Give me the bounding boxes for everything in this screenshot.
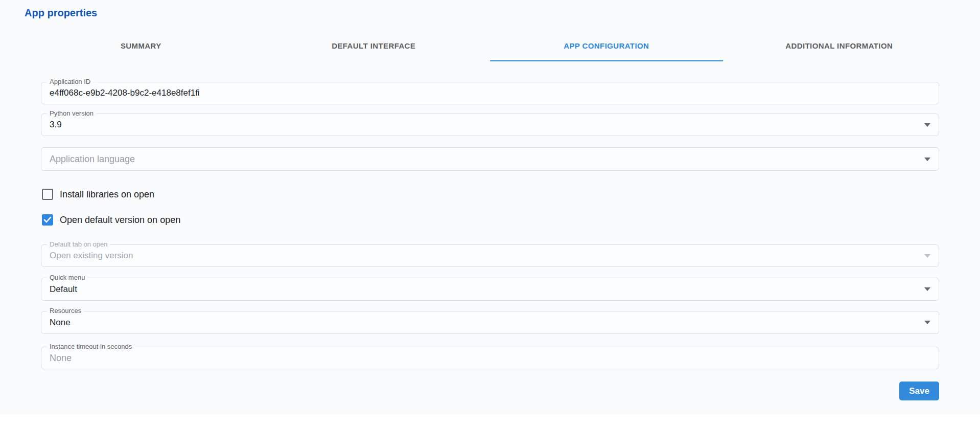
quick-menu-select[interactable]: Quick menu Default xyxy=(41,278,939,301)
chevron-down-icon xyxy=(924,158,930,161)
checkbox-unchecked-icon[interactable] xyxy=(42,189,53,200)
chevron-down-icon xyxy=(924,123,930,127)
python-version-select[interactable]: Python version 3.9 xyxy=(41,114,939,136)
checkmark-icon xyxy=(43,216,52,223)
app-configuration-form: Application ID e4ff068c-e9b2-4208-b9c2-e… xyxy=(41,61,939,400)
tab-summary[interactable]: SUMMARY xyxy=(25,41,258,61)
install-libraries-label: Install libraries on open xyxy=(60,189,154,200)
default-tab-on-open-value: Open existing version xyxy=(50,251,133,261)
instance-timeout-field[interactable]: Instance timeout in seconds None xyxy=(41,347,939,369)
application-id-label: Application ID xyxy=(47,78,93,86)
tab-app-configuration[interactable]: APP CONFIGURATION xyxy=(490,41,723,61)
python-version-label: Python version xyxy=(47,109,96,118)
instance-timeout-label: Instance timeout in seconds xyxy=(47,343,134,351)
instance-timeout-placeholder: None xyxy=(50,353,72,364)
resources-label: Resources xyxy=(47,307,84,315)
application-id-value: e4ff068c-e9b2-4208-b9c2-e418e8fef1fi xyxy=(50,88,200,98)
tab-bar: SUMMARY DEFAULT INTERFACE APP CONFIGURAT… xyxy=(25,37,955,61)
application-id-field[interactable]: Application ID e4ff068c-e9b2-4208-b9c2-e… xyxy=(41,82,939,104)
default-tab-on-open-select: Default tab on open Open existing versio… xyxy=(41,244,939,267)
tab-default-interface[interactable]: DEFAULT INTERFACE xyxy=(258,41,491,61)
chevron-down-icon xyxy=(924,254,930,258)
application-language-placeholder: Application language xyxy=(50,154,135,165)
resources-value: None xyxy=(50,318,71,328)
tab-additional-information[interactable]: ADDITIONAL INFORMATION xyxy=(723,41,956,61)
application-language-select[interactable]: Application language xyxy=(41,147,939,171)
save-button[interactable]: Save xyxy=(899,382,939,400)
checkbox-checked-icon[interactable] xyxy=(42,214,53,226)
resources-select[interactable]: Resources None xyxy=(41,311,939,334)
quick-menu-label: Quick menu xyxy=(47,274,87,282)
form-actions: Save xyxy=(41,382,939,400)
open-default-version-checkbox-row[interactable]: Open default version on open xyxy=(42,214,939,226)
page-title: App properties xyxy=(25,7,97,19)
default-tab-on-open-label: Default tab on open xyxy=(47,240,110,249)
open-default-version-label: Open default version on open xyxy=(60,215,180,226)
quick-menu-value: Default xyxy=(50,284,77,295)
chevron-down-icon xyxy=(924,287,930,291)
chevron-down-icon xyxy=(924,321,930,324)
install-libraries-checkbox-row[interactable]: Install libraries on open xyxy=(42,188,939,200)
bottom-strip xyxy=(0,414,980,426)
python-version-value: 3.9 xyxy=(50,120,62,130)
